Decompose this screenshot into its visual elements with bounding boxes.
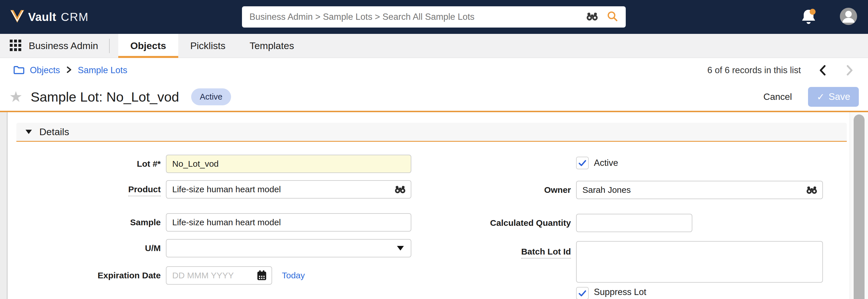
breadcrumb: Objects Sample Lots [13, 65, 127, 76]
uom-label: U/M [17, 243, 166, 253]
field-label-text: Product [128, 185, 161, 196]
favorite-star-icon[interactable]: ★ [9, 89, 23, 104]
field-row-calculated-quantity: Calculated Quantity [434, 214, 847, 232]
uom-dropdown[interactable] [166, 239, 411, 257]
tab-templates[interactable]: Templates [237, 34, 306, 58]
cancel-button[interactable]: Cancel [764, 92, 792, 102]
owner-lookup-binoculars-icon[interactable] [806, 186, 818, 194]
field-row-batch-lot-id: Batch Lot Id [434, 241, 847, 283]
owner-input[interactable] [576, 181, 823, 199]
form-column-left: Lot #* Product [17, 155, 427, 285]
today-link[interactable]: Today [282, 271, 305, 280]
field-label-text: Batch Lot Id [521, 247, 571, 259]
top-navbar: Vault CRM [0, 0, 868, 34]
field-row-lot: Lot #* [17, 155, 427, 173]
brand-vault-text: Vault [28, 11, 56, 24]
calculated-quantity-label: Calculated Quantity [434, 218, 576, 228]
search-icon[interactable] [607, 11, 618, 23]
sample-label: Sample [17, 218, 166, 227]
global-search-bar[interactable] [242, 6, 626, 28]
save-button[interactable]: ✓ Save [808, 87, 859, 107]
tab-picklists[interactable]: Picklists [178, 34, 238, 58]
field-row-product: Product [17, 180, 427, 199]
folder-icon [13, 65, 25, 76]
active-checkbox-label: Active [594, 158, 618, 168]
collapse-caret-icon [26, 130, 32, 134]
lot-number-input[interactable] [166, 155, 411, 173]
lot-number-label: Lot #* [17, 159, 166, 169]
details-section-title: Details [39, 126, 69, 137]
app-label: Business Admin [29, 40, 98, 52]
status-badge: Active [191, 88, 231, 105]
field-row-uom: U/M [17, 239, 427, 257]
suppress-lot-checkbox[interactable] [576, 287, 589, 299]
suppress-lot-checkbox-label: Suppress Lot [594, 287, 646, 299]
field-row-sample: Sample [17, 213, 427, 232]
sample-input[interactable] [166, 213, 411, 232]
calculated-quantity-input[interactable] [576, 214, 692, 232]
field-label-text: Calculated Quantity [490, 218, 571, 228]
expiration-date-label: Expiration Date [17, 271, 166, 280]
search-input[interactable] [249, 12, 586, 22]
left-rail [0, 112, 7, 299]
details-section-header[interactable]: Details [17, 123, 847, 142]
nav-divider [109, 39, 110, 53]
owner-label: Owner [434, 185, 576, 195]
save-button-label: Save [829, 91, 850, 102]
user-avatar[interactable] [839, 7, 858, 27]
batch-lot-id-textarea[interactable] [576, 241, 823, 283]
notifications-bell-icon[interactable] [800, 8, 817, 26]
calendar-icon[interactable] [257, 270, 267, 281]
batch-lot-id-label: Batch Lot Id [434, 241, 576, 257]
breadcrumb-link-objects[interactable]: Objects [30, 65, 60, 75]
breadcrumb-row: Objects Sample Lots 6 of 6 records in th… [0, 58, 868, 82]
expiration-date-input[interactable] [166, 266, 272, 285]
record-detail-content: Details Lot #* Product [0, 112, 868, 299]
vertical-scrollbar[interactable] [849, 112, 868, 299]
chevron-down-icon [397, 246, 404, 251]
next-record-button[interactable] [844, 64, 855, 77]
tab-label: Templates [249, 40, 294, 52]
tab-label: Picklists [190, 40, 226, 52]
vault-v-icon [10, 9, 25, 24]
scrollbar-thumb[interactable] [854, 114, 865, 299]
field-row-owner: Owner [434, 181, 847, 199]
field-label-text: Owner [544, 185, 571, 195]
active-checkbox[interactable] [576, 157, 589, 169]
field-label-text: Expiration Date [98, 271, 161, 280]
form-column-right: Active Owner [434, 157, 847, 299]
page-title: Sample Lot: No_Lot_vod [31, 89, 179, 105]
check-icon: ✓ [817, 91, 825, 102]
chevron-right-icon [65, 65, 73, 75]
breadcrumb-link-sample-lots[interactable]: Sample Lots [78, 65, 127, 75]
field-row-expiration-date: Expiration Date Today [17, 266, 427, 285]
app-grid-icon[interactable] [9, 39, 22, 53]
product-input[interactable] [166, 180, 411, 199]
record-count-text: 6 of 6 records in this list [707, 65, 801, 75]
field-label-text: Sample [130, 218, 161, 227]
binoculars-icon[interactable] [586, 12, 599, 22]
field-label-text: Lot #* [137, 159, 161, 168]
field-label-text: U/M [145, 243, 161, 253]
tab-label: Objects [130, 40, 166, 52]
field-row-suppress-lot: Suppress Lot [434, 287, 847, 299]
previous-record-button[interactable] [817, 64, 828, 77]
product-lookup-binoculars-icon[interactable] [394, 185, 406, 194]
brand-crm-text: CRM [61, 11, 89, 24]
tab-objects[interactable]: Objects [118, 34, 178, 58]
vault-crm-logo[interactable]: Vault CRM [10, 9, 89, 24]
product-label: Product [17, 185, 166, 194]
admin-tab-bar: Business Admin Objects Picklists Templat… [0, 34, 868, 58]
field-row-active: Active [434, 157, 847, 169]
record-header: ★ Sample Lot: No_Lot_vod Active Cancel ✓… [0, 82, 868, 111]
